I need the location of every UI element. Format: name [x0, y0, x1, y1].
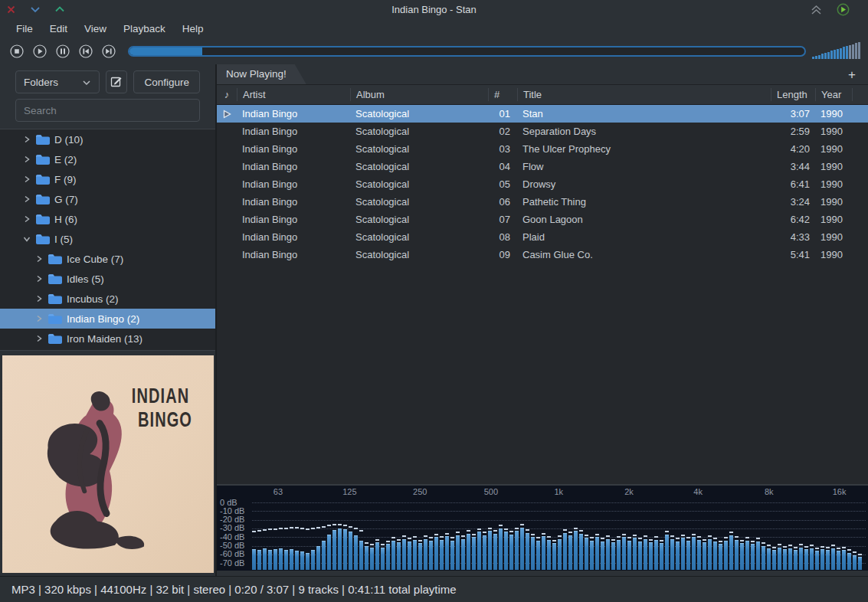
sidebar: Folders Configure	[0, 64, 217, 576]
edit-collection-button[interactable]	[106, 70, 127, 93]
spectrum-bar	[338, 528, 342, 570]
cell-title: The Ulcer Prophecy	[517, 143, 771, 155]
volume-control[interactable]	[812, 42, 863, 61]
statusbar: MP3 | 320 kbps | 44100Hz | 32 bit | ster…	[0, 576, 868, 602]
stop-button[interactable]	[5, 42, 28, 61]
expand-chevron-icon[interactable]	[35, 295, 47, 303]
tree-item-idles-5[interactable]: Idles (5)	[0, 269, 215, 289]
volume-bar	[827, 52, 830, 59]
expand-chevron-icon[interactable]	[35, 255, 47, 263]
db-label: -50 dB	[220, 541, 244, 550]
spectrum-bar	[644, 539, 647, 571]
tab-now-playing[interactable]: Now Playing!	[217, 64, 306, 84]
spectrum-bar	[751, 544, 755, 570]
tree-item-d-10[interactable]: D (10)	[0, 129, 215, 149]
cell-album: Scatological	[350, 178, 488, 190]
menu-playback[interactable]: Playback	[115, 21, 174, 37]
expand-chevron-icon[interactable]	[23, 235, 35, 243]
expand-chevron-icon[interactable]	[23, 195, 35, 203]
expand-chevron-icon[interactable]	[23, 175, 35, 183]
expand-chevron-icon[interactable]	[23, 136, 35, 143]
play-button[interactable]	[28, 42, 51, 61]
tree-item-incubus-2[interactable]: Incubus (2)	[0, 289, 215, 309]
album-art: INDIAN BINGO	[2, 355, 214, 573]
previous-track-button[interactable]	[74, 42, 97, 61]
menu-help[interactable]: Help	[174, 21, 212, 37]
spectrum-peak-marker	[536, 537, 540, 538]
spectrum-peak-marker	[445, 533, 449, 535]
search-input[interactable]	[16, 100, 199, 121]
spectrum-peak-marker	[649, 539, 653, 541]
now-playing-icon	[223, 110, 231, 119]
expand-chevron-icon[interactable]	[35, 275, 47, 283]
expand-chevron-icon[interactable]	[23, 155, 35, 163]
column-header-artist[interactable]: Artist	[237, 88, 350, 101]
menu-edit[interactable]: Edit	[41, 21, 76, 37]
expand-chevron-icon[interactable]	[35, 315, 47, 322]
spectrum-bar	[853, 555, 857, 570]
seek-slider[interactable]	[128, 46, 806, 57]
seek-slider-fill	[128, 46, 202, 57]
column-header-length[interactable]: Length	[771, 88, 815, 101]
spectrum-peak-marker	[461, 535, 465, 537]
tree-item-e-2[interactable]: E (2)	[0, 149, 215, 169]
spectrum-peak-marker	[504, 528, 508, 530]
column-header-title[interactable]: Title	[517, 88, 771, 101]
spectrum-peak-marker	[450, 537, 454, 538]
spectrum-peak-marker	[354, 528, 358, 529]
configure-button[interactable]: Configure	[133, 70, 200, 93]
playlist-row[interactable]: Indian Bingo Scatological 04 Flow 3:44 1…	[217, 158, 868, 175]
cell-artist: Indian Bingo	[237, 214, 350, 225]
next-track-button[interactable]	[97, 42, 120, 61]
expand-chevron-icon[interactable]	[35, 335, 47, 342]
cell-year: 1990	[815, 126, 852, 137]
playlist-row[interactable]: Indian Bingo Scatological 05 Drowsy 6:41…	[217, 175, 868, 193]
playlist-row[interactable]: Indian Bingo Scatological 06 Pathetic Th…	[217, 193, 868, 211]
expand-chevron-icon[interactable]	[23, 215, 35, 223]
column-header-year[interactable]: Year	[815, 88, 852, 101]
tree-item-iron-maiden-13[interactable]: Iron Maiden (13)	[0, 329, 215, 348]
cell-title: Pathetic Thing	[517, 196, 771, 208]
folder-tree: D (10) E (2) F (9) G (7) H (6)	[0, 129, 215, 351]
collection-view-select[interactable]: Folders	[15, 70, 100, 93]
tree-item-i-5[interactable]: I (5)	[0, 229, 215, 249]
spectrum-plot: 0 dB-10 dB-20 dB-30 dB-40 dB-50 dB-60 dB…	[217, 486, 868, 571]
collapse-up-icon[interactable]	[810, 4, 823, 18]
spectrum-bar	[713, 541, 717, 570]
cell-artist: Indian Bingo	[237, 161, 350, 172]
tree-item-g-7[interactable]: G (7)	[0, 189, 215, 209]
playlist-row[interactable]: Indian Bingo Scatological 07 Goon Lagoon…	[217, 211, 868, 228]
spectrum-peak-marker	[858, 554, 862, 555]
playlist-row[interactable]: Indian Bingo Scatological 01 Stan 3:07 1…	[217, 105, 868, 123]
volume-bar	[812, 57, 814, 59]
folder-icon	[35, 174, 51, 185]
menu-view[interactable]: View	[76, 21, 115, 37]
new-playlist-button[interactable]: +	[845, 68, 859, 81]
folder-icon	[35, 194, 51, 205]
spectrum-bar	[756, 541, 760, 570]
tree-item-indian-bingo-2[interactable]: Indian Bingo (2)	[0, 309, 215, 329]
playlist-row[interactable]: Indian Bingo Scatological 03 The Ulcer P…	[217, 140, 868, 158]
cell-artist: Indian Bingo	[237, 249, 350, 260]
spectrum-bar	[708, 539, 712, 571]
statusbar-text: MP3 | 320 kbps | 44100Hz | 32 bit | ster…	[11, 583, 457, 596]
playlist-row[interactable]: Indian Bingo Scatological 09 Casim Glue …	[217, 246, 868, 263]
playlist-panel: Now Playing! + ♪ Artist Album # Title Le…	[217, 64, 868, 576]
column-header-album[interactable]: Album	[350, 88, 488, 101]
column-header-track[interactable]: #	[488, 88, 517, 101]
spectrum-peak-marker	[520, 524, 524, 525]
tree-item-ice-cube-7[interactable]: Ice Cube (7)	[0, 249, 215, 269]
tree-item-f-9[interactable]: F (9)	[0, 169, 215, 189]
playlist-row[interactable]: Indian Bingo Scatological 02 Separation …	[217, 123, 868, 140]
pause-button[interactable]	[51, 42, 74, 61]
playlist-row[interactable]: Indian Bingo Scatological 08 Plaid 4:33 …	[217, 228, 868, 246]
menu-file[interactable]: File	[8, 21, 41, 37]
folder-icon	[47, 333, 63, 345]
tray-playing-icon[interactable]	[837, 3, 850, 18]
spectrum-bar	[606, 539, 610, 571]
tree-item-h-6[interactable]: H (6)	[0, 209, 215, 229]
spectrum-peak-marker	[477, 528, 481, 530]
spectrum-peak-marker	[375, 539, 379, 541]
spectrum-bar	[279, 548, 283, 570]
volume-bar	[837, 49, 839, 59]
